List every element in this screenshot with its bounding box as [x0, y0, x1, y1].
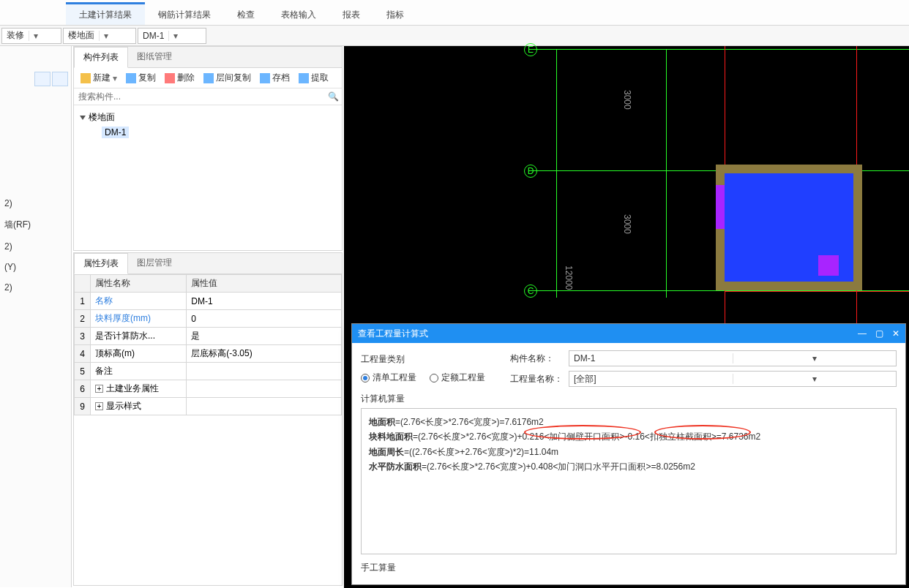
combo-type[interactable]: 楼地面▾ — [63, 28, 136, 44]
axis-bubble-d: D — [524, 165, 537, 178]
calc-line: 地面周长=((2.76<长度>+2.76<宽度>)*2)=11.04m — [369, 445, 889, 459]
property-panel: ✕ 属性列表 图层管理 属性名称 属性值 1名称DM-1 2块料厚度(mm)0 … — [73, 252, 343, 586]
middle-column: ✕ 构件列表 图纸管理 新建▾ 复制 删除 层间复制 存档 提取 🔍 楼地面 D… — [73, 46, 343, 587]
annotation-ellipse — [524, 425, 641, 440]
left-navigator: 2) 墙(RF) 2) (Y) 2) — [0, 46, 72, 587]
dialog-titlebar[interactable]: 查看工程量计算式 — ▢ ✕ — [352, 324, 905, 343]
copy-icon — [126, 73, 136, 83]
dimension-text: 3000 — [622, 214, 632, 234]
layers-icon — [203, 73, 214, 83]
grid-line — [556, 49, 557, 298]
nav-item[interactable]: 2) — [1, 188, 70, 208]
tree-item-dm1[interactable]: DM-1 — [97, 125, 336, 140]
grid-line — [666, 49, 667, 298]
calc-line: 水平防水面积=(2.76<长度>*2.76<宽度>)+0.408<加门洞口水平开… — [369, 459, 889, 474]
property-grid: 属性名称 属性值 1名称DM-1 2块料厚度(mm)0 3是否计算防水...是 … — [74, 274, 342, 415]
tab-drawing-mgmt[interactable]: 图纸管理 — [128, 47, 181, 67]
chevron-down-icon: ▾ — [168, 31, 180, 41]
save-icon — [260, 73, 270, 83]
chevron-down-icon: ▾ — [733, 374, 897, 384]
nav-item[interactable]: 2) — [1, 272, 70, 293]
ribbon-tab-check[interactable]: 检查 — [224, 4, 268, 25]
combo-category[interactable]: 装修▾ — [1, 28, 61, 44]
component-search-input[interactable] — [74, 88, 324, 105]
extract-icon — [299, 73, 309, 83]
prop-row[interactable]: 6+土建业务属性 — [75, 380, 342, 398]
tab-layer-mgmt[interactable]: 图层管理 — [128, 253, 181, 274]
col-num — [75, 275, 91, 293]
tree-root[interactable]: 楼地面 — [80, 110, 336, 125]
ribbon-tab-rebar[interactable]: 钢筋计算结果 — [145, 4, 224, 25]
new-icon — [81, 73, 91, 83]
view-list-icon[interactable] — [34, 72, 50, 86]
calc-result-box[interactable]: 地面积=(2.76<长度>*2.76<宽度>)=7.6176m2 块料地面积=(… — [361, 408, 897, 554]
view-grid-icon[interactable] — [52, 72, 68, 86]
category-label: 工程量类别 — [361, 353, 500, 366]
combo-category-value: 装修 — [2, 29, 29, 42]
close-icon[interactable]: ✕ — [892, 328, 899, 339]
combo-component-value: DM-1 — [138, 31, 168, 41]
grid-line-red — [725, 291, 909, 292]
maximize-icon[interactable]: ▢ — [875, 328, 883, 339]
radio-norm-qty[interactable]: 定额工程量 — [430, 372, 485, 384]
project-label: 工程量名称： — [510, 373, 569, 385]
axis-bubble-c: C — [524, 284, 537, 298]
component-panel: ✕ 构件列表 图纸管理 新建▾ 复制 删除 层间复制 存档 提取 🔍 楼地面 D… — [73, 46, 343, 251]
search-icon[interactable]: 🔍 — [324, 88, 342, 105]
ribbon-tab-table[interactable]: 表格输入 — [268, 4, 329, 25]
archive-button[interactable]: 存档 — [256, 70, 293, 86]
wall-right — [853, 165, 862, 290]
delete-icon — [165, 73, 175, 83]
prop-row[interactable]: 4顶标高(m)层底标高(-3.05) — [75, 345, 342, 363]
chevron-down-icon: ▾ — [733, 353, 897, 363]
tab-component-list[interactable]: 构件列表 — [74, 47, 128, 68]
axis-bubble-e: E — [524, 43, 537, 56]
door-opening — [716, 185, 725, 229]
nav-item[interactable]: 墙(RF) — [1, 208, 70, 231]
wall-bottom — [716, 282, 862, 290]
component-tree: 楼地面 DM-1 — [74, 105, 342, 250]
prop-row[interactable]: 9+显示样式 — [75, 398, 342, 415]
ribbon-tab-index[interactable]: 指标 — [373, 4, 417, 25]
ribbon-tabs: 土建计算结果 钢筋计算结果 检查 表格输入 报表 指标 — [0, 0, 909, 26]
radio-list-qty[interactable]: 清单工程量 — [361, 372, 416, 384]
triangle-down-icon — [80, 116, 86, 120]
project-name-combo[interactable]: [全部]▾ — [569, 371, 897, 387]
delete-button[interactable]: 删除 — [161, 70, 198, 86]
tab-property-list[interactable]: 属性列表 — [74, 253, 128, 274]
copy-button[interactable]: 复制 — [122, 70, 160, 86]
annotation-ellipse — [654, 425, 751, 440]
dialog-title: 查看工程量计算式 — [358, 328, 428, 340]
manual-calc-label: 手工算量 — [361, 562, 897, 574]
floor-copy-button[interactable]: 层间复制 — [200, 70, 255, 86]
name-label: 构件名称： — [510, 353, 569, 365]
prop-row[interactable]: 5备注 — [75, 363, 342, 380]
combo-component[interactable]: DM-1▾ — [138, 28, 206, 44]
component-name-combo[interactable]: DM-1▾ — [569, 350, 897, 366]
prop-row[interactable]: 3是否计算防水...是 — [75, 328, 342, 345]
extract-button[interactable]: 提取 — [295, 70, 332, 86]
chevron-down-icon: ▾ — [99, 31, 111, 41]
expand-icon[interactable]: + — [95, 385, 103, 393]
grid-line — [528, 49, 909, 50]
chevron-down-icon: ▾ — [113, 73, 117, 83]
new-button[interactable]: 新建▾ — [77, 70, 121, 86]
prop-row[interactable]: 2块料厚度(mm)0 — [75, 310, 342, 328]
calc-formula-dialog: 查看工程量计算式 — ▢ ✕ 工程量类别 清单工程量 定额工程量 构件名称： — [351, 323, 906, 585]
minimize-icon[interactable]: — — [858, 328, 867, 339]
dimension-text: 12000 — [564, 265, 574, 290]
wall-top — [716, 165, 862, 173]
nav-item[interactable]: (Y) — [1, 252, 70, 272]
col-name: 属性名称 — [91, 275, 187, 293]
chevron-down-icon: ▾ — [29, 31, 40, 41]
ribbon-tab-civil[interactable]: 土建计算结果 — [66, 2, 145, 25]
ribbon-tab-report[interactable]: 报表 — [329, 4, 373, 25]
nav-item[interactable]: 2) — [1, 231, 70, 252]
combo-type-value: 楼地面 — [64, 29, 99, 42]
expand-icon[interactable]: + — [95, 402, 103, 410]
dimension-text: 3000 — [622, 90, 632, 110]
selector-row: 装修▾ 楼地面▾ DM-1▾ — [0, 26, 909, 46]
component-toolbar: 新建▾ 复制 删除 层间复制 存档 提取 — [74, 68, 342, 88]
column — [818, 255, 839, 276]
prop-row[interactable]: 1名称DM-1 — [75, 293, 342, 310]
